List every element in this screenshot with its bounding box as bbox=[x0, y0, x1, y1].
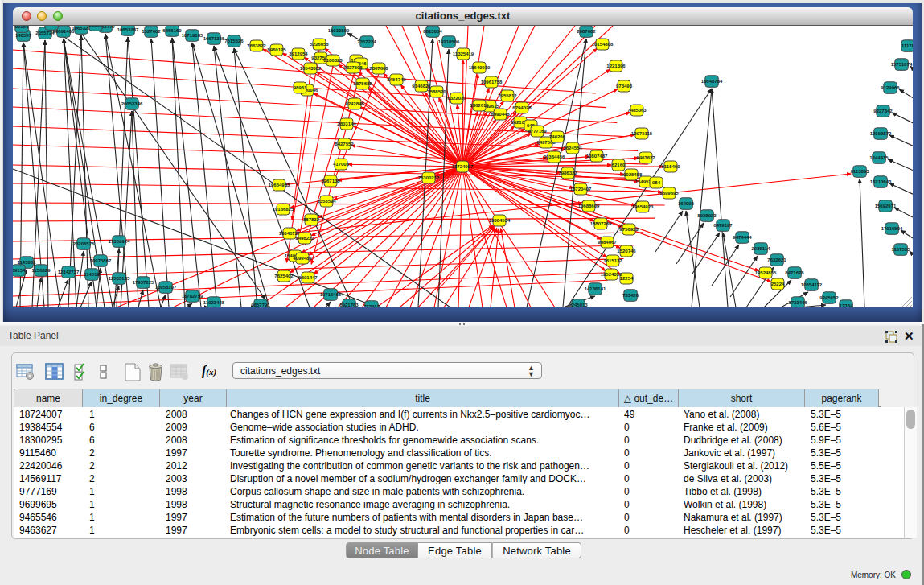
svg-text:9115460: 9115460 bbox=[661, 164, 680, 169]
svg-text:10654112: 10654112 bbox=[801, 282, 823, 287]
svg-text:10154808: 10154808 bbox=[592, 42, 614, 47]
svg-text:9227342: 9227342 bbox=[873, 109, 893, 113]
svg-text:16648784: 16648784 bbox=[701, 79, 723, 84]
svg-text:10961758: 10961758 bbox=[481, 80, 503, 84]
svg-text:10719185: 10719185 bbox=[182, 33, 203, 38]
svg-text:19384554: 19384554 bbox=[489, 218, 511, 223]
svg-text:1353594: 1353594 bbox=[317, 199, 336, 204]
svg-text:1156829: 1156829 bbox=[31, 268, 51, 273]
svg-text:11923448: 11923448 bbox=[203, 300, 225, 305]
svg-text:17359924: 17359924 bbox=[109, 239, 130, 244]
svg-text:114519: 114519 bbox=[84, 272, 100, 277]
svg-text:3624554: 3624554 bbox=[563, 146, 582, 150]
svg-text:417006: 417006 bbox=[333, 162, 350, 167]
svg-text:16543382: 16543382 bbox=[300, 66, 322, 71]
svg-text:7986322: 7986322 bbox=[558, 171, 577, 175]
svg-text:1520746: 1520746 bbox=[617, 249, 636, 253]
svg-text:9857791: 9857791 bbox=[251, 303, 270, 307]
svg-text:8186323: 8186323 bbox=[323, 58, 343, 63]
svg-text:9756928: 9756928 bbox=[619, 227, 639, 232]
svg-text:9242848: 9242848 bbox=[345, 101, 364, 106]
svg-text:1691447: 1691447 bbox=[298, 275, 318, 280]
svg-text:9327508: 9327508 bbox=[343, 65, 363, 70]
svg-text:20053346: 20053346 bbox=[121, 101, 143, 106]
svg-text:7515526: 7515526 bbox=[224, 39, 244, 43]
svg-text:12093872: 12093872 bbox=[870, 131, 892, 136]
svg-text:12505135: 12505135 bbox=[109, 276, 130, 281]
svg-text:17016504: 17016504 bbox=[881, 226, 903, 231]
svg-text:19166825: 19166825 bbox=[273, 207, 294, 212]
svg-text:14136141: 14136141 bbox=[585, 286, 606, 291]
svg-text:10958107: 10958107 bbox=[155, 285, 177, 290]
svg-text:17334: 17334 bbox=[840, 303, 853, 307]
svg-text:4099489: 4099489 bbox=[293, 256, 312, 261]
svg-text:7632621: 7632621 bbox=[767, 257, 786, 262]
svg-text:9113893: 9113893 bbox=[850, 169, 869, 174]
svg-text:10653287: 10653287 bbox=[117, 27, 139, 32]
svg-text:18720407: 18720407 bbox=[570, 187, 592, 192]
svg-text:10688609: 10688609 bbox=[578, 204, 600, 208]
svg-text:2867608: 2867608 bbox=[369, 66, 388, 71]
svg-text:20206576: 20206576 bbox=[73, 241, 95, 246]
svg-text:7625402: 7625402 bbox=[274, 274, 294, 278]
svg-text:6699695: 6699695 bbox=[659, 191, 679, 196]
svg-text:10975867: 10975867 bbox=[90, 258, 112, 263]
svg-text:9245652: 9245652 bbox=[819, 295, 839, 300]
svg-text:8427552: 8427552 bbox=[335, 142, 354, 146]
svg-text:8454749: 8454749 bbox=[387, 77, 406, 82]
svg-text:16210643: 16210643 bbox=[870, 179, 892, 184]
svg-text:9474444: 9474444 bbox=[733, 235, 752, 240]
svg-text:1588520: 1588520 bbox=[427, 89, 446, 94]
svg-text:9146821: 9146821 bbox=[412, 84, 431, 89]
svg-text:62160: 62160 bbox=[612, 163, 626, 167]
svg-text:19218506: 19218506 bbox=[438, 39, 460, 44]
svg-text:19654985: 19654985 bbox=[269, 183, 290, 187]
svg-text:1527602: 1527602 bbox=[142, 29, 161, 34]
svg-text:11325419: 11325419 bbox=[453, 51, 474, 56]
svg-text:19654923: 19654923 bbox=[632, 204, 654, 209]
svg-text:19524855: 19524855 bbox=[601, 272, 622, 277]
svg-text:3912954: 3912954 bbox=[289, 51, 308, 56]
svg-text:3875685: 3875685 bbox=[353, 81, 372, 86]
svg-text:39154: 39154 bbox=[13, 268, 26, 273]
svg-text:8813054: 8813054 bbox=[423, 29, 442, 34]
svg-text:8471676: 8471676 bbox=[785, 270, 804, 275]
svg-text:98961: 98961 bbox=[294, 85, 307, 90]
svg-text:19524855: 19524855 bbox=[755, 270, 777, 275]
svg-text:19716485: 19716485 bbox=[320, 292, 342, 297]
svg-text:140557: 140557 bbox=[15, 33, 32, 38]
svg-text:973493: 973493 bbox=[616, 84, 633, 89]
svg-text:164095: 164095 bbox=[678, 201, 695, 206]
svg-text:8960125: 8960125 bbox=[267, 47, 286, 52]
svg-text:8921763: 8921763 bbox=[339, 303, 359, 307]
svg-text:12975115: 12975115 bbox=[631, 131, 653, 136]
svg-text:9777169: 9777169 bbox=[528, 129, 547, 134]
svg-text:7357224: 7357224 bbox=[357, 39, 376, 44]
svg-text:1145061: 1145061 bbox=[17, 260, 36, 265]
svg-text:15751074: 15751074 bbox=[891, 62, 913, 67]
svg-text:9129966: 9129966 bbox=[881, 85, 900, 90]
svg-text:10025458: 10025458 bbox=[621, 172, 643, 177]
svg-text:16033809: 16033809 bbox=[328, 28, 350, 33]
svg-text:1221396: 1221396 bbox=[606, 64, 626, 68]
svg-text:8938923: 8938923 bbox=[697, 213, 717, 218]
svg-text:6322037: 6322037 bbox=[447, 96, 466, 101]
svg-text:16782759: 16782759 bbox=[182, 294, 203, 299]
svg-text:1244415: 1244415 bbox=[869, 155, 889, 160]
svg-text:5226058: 5226058 bbox=[310, 42, 329, 47]
svg-text:20091: 20091 bbox=[89, 26, 103, 27]
svg-text:6479197: 6479197 bbox=[713, 223, 733, 228]
svg-text:18640910: 18640910 bbox=[469, 65, 491, 70]
svg-text:2935114: 2935114 bbox=[751, 246, 770, 251]
svg-text:984: 984 bbox=[652, 180, 661, 185]
svg-text:20364456: 20364456 bbox=[544, 154, 565, 159]
svg-text:12342737: 12342737 bbox=[58, 270, 80, 274]
svg-text:7485063: 7485063 bbox=[627, 108, 647, 113]
svg-text:1615137: 1615137 bbox=[603, 258, 622, 263]
svg-text:93154: 93154 bbox=[15, 26, 29, 29]
svg-text:1362615: 1362615 bbox=[470, 103, 489, 108]
svg-text:3267130: 3267130 bbox=[321, 179, 340, 183]
svg-text:1733446: 1733446 bbox=[788, 300, 807, 305]
svg-text:16671355: 16671355 bbox=[203, 36, 225, 41]
svg-text:8990448: 8990448 bbox=[491, 112, 510, 117]
